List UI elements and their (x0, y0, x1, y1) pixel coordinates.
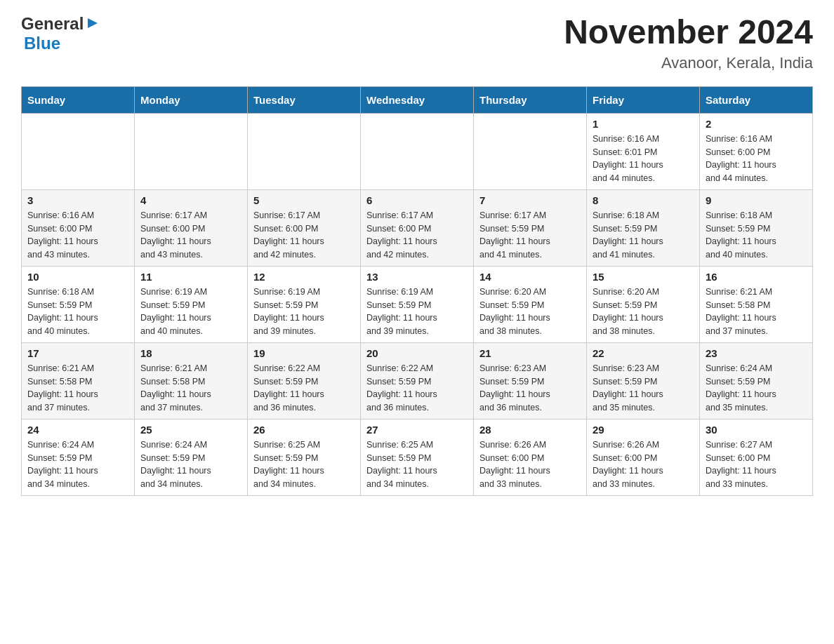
svg-marker-0 (88, 18, 98, 28)
day-info: Sunrise: 6:24 AMSunset: 5:59 PMDaylight:… (706, 362, 807, 415)
calendar-header-thursday: Thursday (474, 86, 587, 113)
calendar-cell: 24Sunrise: 6:24 AMSunset: 5:59 PMDayligh… (22, 419, 135, 495)
day-number: 25 (140, 424, 241, 436)
calendar-cell: 21Sunrise: 6:23 AMSunset: 5:59 PMDayligh… (474, 342, 587, 419)
day-info: Sunrise: 6:25 AMSunset: 5:59 PMDaylight:… (366, 438, 468, 491)
day-info: Sunrise: 6:23 AMSunset: 5:59 PMDaylight:… (593, 362, 694, 415)
day-number: 15 (593, 271, 694, 283)
calendar-header-monday: Monday (135, 86, 248, 113)
calendar-week-2: 3Sunrise: 6:16 AMSunset: 6:00 PMDaylight… (22, 189, 813, 266)
calendar-cell: 25Sunrise: 6:24 AMSunset: 5:59 PMDayligh… (135, 419, 248, 495)
calendar-cell: 17Sunrise: 6:21 AMSunset: 5:58 PMDayligh… (22, 342, 135, 419)
day-number: 27 (366, 424, 468, 436)
day-number: 8 (593, 194, 694, 206)
logo: General Blue (21, 14, 98, 53)
calendar-cell (22, 113, 135, 189)
day-number: 5 (253, 194, 355, 206)
day-info: Sunrise: 6:16 AMSunset: 6:00 PMDaylight:… (706, 133, 807, 185)
day-info: Sunrise: 6:27 AMSunset: 6:00 PMDaylight:… (706, 438, 807, 491)
calendar-cell: 22Sunrise: 6:23 AMSunset: 5:59 PMDayligh… (587, 342, 700, 419)
calendar-cell: 5Sunrise: 6:17 AMSunset: 6:00 PMDaylight… (248, 189, 361, 266)
day-number: 28 (479, 424, 581, 436)
day-info: Sunrise: 6:21 AMSunset: 5:58 PMDaylight:… (27, 362, 128, 415)
day-info: Sunrise: 6:23 AMSunset: 5:59 PMDaylight:… (479, 362, 581, 415)
day-number: 14 (479, 271, 581, 283)
calendar-cell: 14Sunrise: 6:20 AMSunset: 5:59 PMDayligh… (474, 266, 587, 342)
day-info: Sunrise: 6:22 AMSunset: 5:59 PMDaylight:… (253, 362, 355, 415)
location-subtitle: Avanoor, Kerala, India (564, 54, 813, 72)
calendar-header-wednesday: Wednesday (361, 86, 474, 113)
calendar-header-row: SundayMondayTuesdayWednesdayThursdayFrid… (22, 86, 813, 113)
calendar-cell: 3Sunrise: 6:16 AMSunset: 6:00 PMDaylight… (22, 189, 135, 266)
calendar-cell: 11Sunrise: 6:19 AMSunset: 5:59 PMDayligh… (135, 266, 248, 342)
calendar-cell: 27Sunrise: 6:25 AMSunset: 5:59 PMDayligh… (361, 419, 474, 495)
day-number: 29 (593, 424, 694, 436)
calendar-cell: 7Sunrise: 6:17 AMSunset: 5:59 PMDaylight… (474, 189, 587, 266)
day-info: Sunrise: 6:24 AMSunset: 5:59 PMDaylight:… (27, 438, 128, 491)
calendar-cell: 1Sunrise: 6:16 AMSunset: 6:01 PMDaylight… (587, 113, 700, 189)
calendar-cell: 29Sunrise: 6:26 AMSunset: 6:00 PMDayligh… (587, 419, 700, 495)
calendar-cell: 13Sunrise: 6:19 AMSunset: 5:59 PMDayligh… (361, 266, 474, 342)
calendar-cell (361, 113, 474, 189)
day-number: 26 (253, 424, 355, 436)
day-number: 21 (479, 347, 581, 359)
calendar-week-4: 17Sunrise: 6:21 AMSunset: 5:58 PMDayligh… (22, 342, 813, 419)
day-info: Sunrise: 6:21 AMSunset: 5:58 PMDaylight:… (706, 286, 807, 338)
calendar-cell: 2Sunrise: 6:16 AMSunset: 6:00 PMDaylight… (700, 113, 813, 189)
day-info: Sunrise: 6:24 AMSunset: 5:59 PMDaylight:… (140, 438, 241, 491)
day-number: 4 (140, 194, 241, 206)
day-info: Sunrise: 6:18 AMSunset: 5:59 PMDaylight:… (706, 209, 807, 262)
day-info: Sunrise: 6:19 AMSunset: 5:59 PMDaylight:… (366, 286, 468, 338)
day-number: 12 (253, 271, 355, 283)
day-info: Sunrise: 6:17 AMSunset: 6:00 PMDaylight:… (253, 209, 355, 262)
day-info: Sunrise: 6:25 AMSunset: 5:59 PMDaylight:… (253, 438, 355, 491)
day-number: 7 (479, 194, 581, 206)
calendar-header-sunday: Sunday (22, 86, 135, 113)
day-number: 3 (27, 194, 128, 206)
day-info: Sunrise: 6:20 AMSunset: 5:59 PMDaylight:… (479, 286, 581, 338)
day-number: 11 (140, 271, 241, 283)
calendar-cell: 30Sunrise: 6:27 AMSunset: 6:00 PMDayligh… (700, 419, 813, 495)
calendar-week-5: 24Sunrise: 6:24 AMSunset: 5:59 PMDayligh… (22, 419, 813, 495)
day-info: Sunrise: 6:17 AMSunset: 5:59 PMDaylight:… (479, 209, 581, 262)
calendar-cell: 15Sunrise: 6:20 AMSunset: 5:59 PMDayligh… (587, 266, 700, 342)
day-number: 20 (366, 347, 468, 359)
title-section: November 2024 Avanoor, Kerala, India (564, 14, 813, 72)
page-header: General Blue November 2024 Avanoor, Kera… (21, 14, 813, 72)
day-info: Sunrise: 6:19 AMSunset: 5:59 PMDaylight:… (140, 286, 241, 338)
day-info: Sunrise: 6:16 AMSunset: 6:01 PMDaylight:… (593, 133, 694, 185)
calendar-header-tuesday: Tuesday (248, 86, 361, 113)
calendar-table: SundayMondayTuesdayWednesdayThursdayFrid… (21, 86, 813, 496)
day-number: 23 (706, 347, 807, 359)
calendar-cell: 12Sunrise: 6:19 AMSunset: 5:59 PMDayligh… (248, 266, 361, 342)
day-number: 16 (706, 271, 807, 283)
calendar-header-saturday: Saturday (700, 86, 813, 113)
calendar-cell: 8Sunrise: 6:18 AMSunset: 5:59 PMDaylight… (587, 189, 700, 266)
logo-triangle-icon (85, 17, 98, 32)
day-info: Sunrise: 6:16 AMSunset: 6:00 PMDaylight:… (27, 209, 128, 262)
day-info: Sunrise: 6:17 AMSunset: 6:00 PMDaylight:… (140, 209, 241, 262)
day-info: Sunrise: 6:20 AMSunset: 5:59 PMDaylight:… (593, 286, 694, 338)
calendar-cell: 23Sunrise: 6:24 AMSunset: 5:59 PMDayligh… (700, 342, 813, 419)
calendar-cell: 4Sunrise: 6:17 AMSunset: 6:00 PMDaylight… (135, 189, 248, 266)
day-info: Sunrise: 6:17 AMSunset: 6:00 PMDaylight:… (366, 209, 468, 262)
day-number: 24 (27, 424, 128, 436)
calendar-cell (135, 113, 248, 189)
day-number: 9 (706, 194, 807, 206)
calendar-week-3: 10Sunrise: 6:18 AMSunset: 5:59 PMDayligh… (22, 266, 813, 342)
day-number: 18 (140, 347, 241, 359)
day-number: 1 (593, 118, 694, 130)
calendar-cell: 28Sunrise: 6:26 AMSunset: 6:00 PMDayligh… (474, 419, 587, 495)
calendar-cell: 16Sunrise: 6:21 AMSunset: 5:58 PMDayligh… (700, 266, 813, 342)
calendar-cell: 10Sunrise: 6:18 AMSunset: 5:59 PMDayligh… (22, 266, 135, 342)
logo-blue-text: Blue (24, 34, 60, 53)
day-number: 10 (27, 271, 128, 283)
month-title: November 2024 (564, 14, 813, 51)
day-info: Sunrise: 6:26 AMSunset: 6:00 PMDaylight:… (479, 438, 581, 491)
day-number: 2 (706, 118, 807, 130)
day-info: Sunrise: 6:26 AMSunset: 6:00 PMDaylight:… (593, 438, 694, 491)
calendar-cell: 9Sunrise: 6:18 AMSunset: 5:59 PMDaylight… (700, 189, 813, 266)
day-info: Sunrise: 6:19 AMSunset: 5:59 PMDaylight:… (253, 286, 355, 338)
day-number: 6 (366, 194, 468, 206)
day-number: 19 (253, 347, 355, 359)
